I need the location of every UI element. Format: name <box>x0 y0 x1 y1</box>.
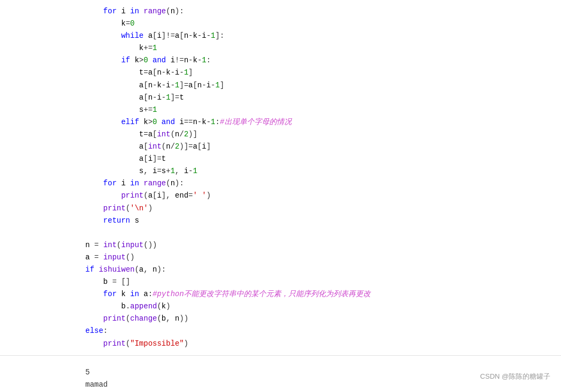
code-line-20: n = int(input()) <box>85 239 561 251</box>
code-line-1: for i in range(n): <box>85 5 561 18</box>
code-line-27: else: <box>85 325 561 337</box>
code-line-26: print(change(b, n)) <box>85 313 561 325</box>
code-section: for i in range(n): k=0 while a[i]!=a[n-k… <box>0 0 561 356</box>
code-line-14: s, i=s+1, i-1 <box>85 165 561 177</box>
watermark: CSDN @陈陈的糖罐子 <box>480 372 550 381</box>
code-line-8: a[n-i-1]=t <box>85 92 561 104</box>
code-line-21: a = input() <box>85 251 561 264</box>
code-line-4: k+=1 <box>85 42 561 54</box>
code-line-23: b = [] <box>85 276 561 288</box>
code-line-18: return s <box>85 215 561 227</box>
code-line-10: elif k>0 and i==n-k-1:#出现单个字母的情况 <box>85 116 561 128</box>
output-section: 5 mamad madam 1 <box>0 356 561 392</box>
code-line-15: for i in range(n): <box>85 177 561 190</box>
code-block: for i in range(n): k=0 while a[i]!=a[n-k… <box>0 5 561 350</box>
code-line-16: print(a[i], end=' ') <box>85 190 561 202</box>
code-line-11: t=a[int(n/2)] <box>85 128 561 141</box>
code-line-9: s+=1 <box>85 104 561 116</box>
code-line-22: if ishuiwen(a, n): <box>85 264 561 276</box>
code-line-5: if k>0 and i!=n-k-1: <box>85 54 561 67</box>
code-line-7: a[n-k-i-1]=a[n-i-1] <box>85 79 561 92</box>
code-line-25: b.append(k) <box>85 300 561 313</box>
page-container: for i in range(n): k=0 while a[i]!=a[n-k… <box>0 0 561 392</box>
code-line-28: print("Impossible") <box>85 338 561 350</box>
code-line-12: a[int(n/2)]=a[i] <box>85 141 561 153</box>
code-line-3: while a[i]!=a[n-k-i-1]: <box>85 30 561 42</box>
code-line-24: for k in a:#python不能更改字符串中的某个元素，只能序列化为列表… <box>85 288 561 300</box>
output-line-1: 5 <box>85 366 476 379</box>
output-line-2: mamad <box>85 379 476 391</box>
code-line-6: t=a[n-k-i-1] <box>85 67 561 79</box>
code-line-17: print('\n') <box>85 202 561 215</box>
code-line-2: k=0 <box>85 18 561 30</box>
code-line-blank <box>85 227 561 239</box>
code-line-13: a[i]=t <box>85 153 561 165</box>
